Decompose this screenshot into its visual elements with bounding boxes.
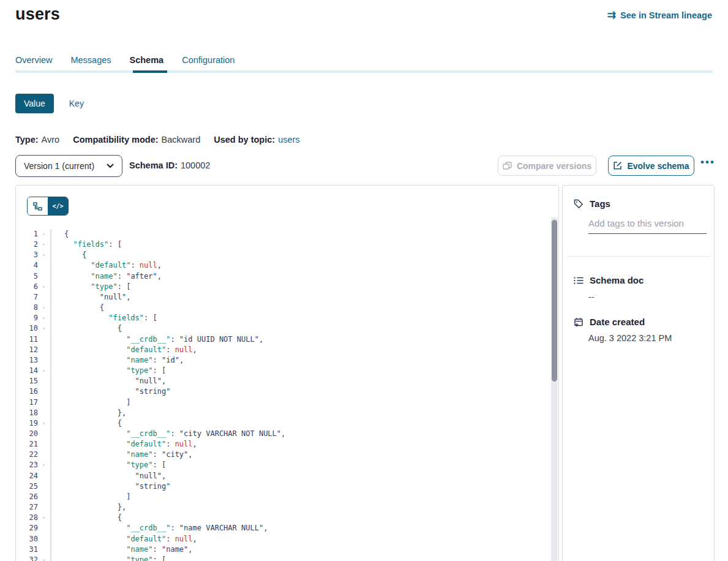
code-text: "fields": [ xyxy=(51,313,550,323)
fold-arrow-icon[interactable]: ▾ xyxy=(38,303,51,313)
code-token-p: , xyxy=(259,335,263,344)
code-token-n: null xyxy=(175,440,193,448)
code-token-p: : [ xyxy=(153,461,167,469)
version-toolbar: Version 1 (current) Schema ID:100002 Com… xyxy=(0,155,728,177)
fold-arrow-icon[interactable]: ▾ xyxy=(38,250,51,260)
code-token-k: "name" xyxy=(126,450,152,459)
fold-gutter xyxy=(38,534,51,544)
code-text: "default": null, xyxy=(51,439,550,450)
code-token-k: "default" xyxy=(126,440,166,448)
code-text: }, xyxy=(51,408,550,418)
fold-arrow-icon[interactable]: ▾ xyxy=(38,460,51,470)
schema-id: Schema ID:100002 xyxy=(129,160,210,170)
topic-meta: Used by topic:users xyxy=(214,135,299,145)
tab-bar: Overview Messages Schema Configuration xyxy=(15,55,235,65)
code-text: { xyxy=(51,229,550,239)
code-line: 32▾ "type": [ xyxy=(16,555,550,561)
fold-gutter xyxy=(38,397,51,408)
line-number: 9 xyxy=(16,313,38,323)
evolve-schema-label: Evolve schema xyxy=(627,161,689,171)
tags-input[interactable] xyxy=(588,216,707,234)
code-token-k: "default" xyxy=(91,261,130,269)
code-token-k: "default" xyxy=(126,535,166,543)
code-token-n: null xyxy=(140,261,157,269)
code-token-s: "null" xyxy=(135,377,162,385)
fold-arrow-icon[interactable]: ▾ xyxy=(38,313,51,323)
code-line: 3▾ { xyxy=(16,250,550,260)
line-number: 6 xyxy=(16,282,38,292)
fold-gutter xyxy=(38,334,51,345)
code-token-p: : xyxy=(118,272,126,280)
fold-gutter xyxy=(38,408,51,418)
fold-gutter xyxy=(38,523,51,533)
line-number: 14 xyxy=(16,366,38,376)
fold-arrow-icon[interactable]: ▾ xyxy=(38,366,51,376)
fold-arrow-icon[interactable]: ▾ xyxy=(38,239,51,250)
code-text: "null", xyxy=(51,376,550,386)
code-token-p: , xyxy=(162,472,166,480)
code-text: "__crdb__": "id UUID NOT NULL", xyxy=(51,334,550,345)
value-toggle-button[interactable]: Value xyxy=(15,94,54,113)
code-text: }, xyxy=(51,502,550,513)
code-token-p: , xyxy=(157,261,162,269)
evolve-schema-button[interactable]: Evolve schema xyxy=(608,156,694,176)
line-number: 11 xyxy=(16,334,38,345)
tab-overview[interactable]: Overview xyxy=(15,55,52,65)
code-line: 17 ] xyxy=(16,397,550,408)
tab-messages[interactable]: Messages xyxy=(70,55,111,65)
line-number: 3 xyxy=(16,250,38,260)
topic-link[interactable]: users xyxy=(278,135,299,145)
code-token-k: "type" xyxy=(126,366,152,375)
schema-doc-title: Schema doc xyxy=(590,275,644,285)
code-line: 16 "string" xyxy=(16,386,550,397)
fold-gutter xyxy=(38,502,51,513)
version-select-value: Version 1 (current) xyxy=(24,161,94,171)
code-token-p: : xyxy=(130,261,139,269)
fold-arrow-icon[interactable]: ▾ xyxy=(38,555,51,561)
line-number: 7 xyxy=(16,292,38,303)
code-text: "default": null, xyxy=(51,345,550,355)
scrollbar-track[interactable] xyxy=(551,217,558,561)
line-number: 19 xyxy=(16,418,38,429)
code-token-p: : [ xyxy=(108,240,122,249)
fold-arrow-icon[interactable]: ▾ xyxy=(38,513,51,523)
stream-lineage-label: See in Stream lineage xyxy=(620,10,712,20)
fold-arrow-icon[interactable]: ▾ xyxy=(38,282,51,292)
version-select[interactable]: Version 1 (current) xyxy=(15,155,122,177)
code-token-p: , xyxy=(126,293,130,301)
fold-arrow-icon[interactable]: ▾ xyxy=(38,229,51,239)
line-number: 16 xyxy=(16,386,38,397)
code-text: "type": [ xyxy=(51,366,550,376)
code-token-p: , xyxy=(188,545,192,554)
more-options-button[interactable]: ••• xyxy=(700,156,715,168)
stream-lineage-link[interactable]: ⇉ See in Stream lineage xyxy=(607,10,712,20)
code-line: 27 }, xyxy=(16,502,550,513)
code-view-button[interactable]: </> xyxy=(48,197,68,215)
tab-configuration[interactable]: Configuration xyxy=(182,55,235,65)
compare-versions-button[interactable]: Compare versions xyxy=(498,156,596,176)
type-meta: Type:Avro xyxy=(15,135,59,145)
line-number: 32 xyxy=(16,555,38,561)
line-number: 20 xyxy=(16,429,38,439)
fold-arrow-icon[interactable]: ▾ xyxy=(38,418,51,429)
type-label: Type: xyxy=(15,135,39,145)
code-token-p: , xyxy=(179,356,184,364)
line-number: 29 xyxy=(16,523,38,533)
schema-id-value: 100002 xyxy=(181,160,210,170)
fold-gutter xyxy=(38,355,51,366)
tab-schema[interactable]: Schema xyxy=(130,55,164,65)
tree-view-button[interactable] xyxy=(28,197,48,215)
line-number: 23 xyxy=(16,460,38,470)
code-token-p: : xyxy=(170,429,179,438)
code-line: 29 "__crdb__": "name VARCHAR NULL", xyxy=(16,523,550,533)
code-token-s: "null" xyxy=(100,293,126,301)
code-text: "type": [ xyxy=(51,460,550,470)
key-toggle-button[interactable]: Key xyxy=(69,99,84,108)
topic-label: Used by topic: xyxy=(214,135,275,145)
code-token-p: ] xyxy=(126,398,130,407)
scrollbar-thumb[interactable] xyxy=(552,220,557,382)
stream-lineage-icon: ⇉ xyxy=(607,10,616,20)
fold-arrow-icon[interactable]: ▾ xyxy=(38,323,51,334)
line-number: 28 xyxy=(16,513,38,523)
line-number: 17 xyxy=(16,397,38,408)
